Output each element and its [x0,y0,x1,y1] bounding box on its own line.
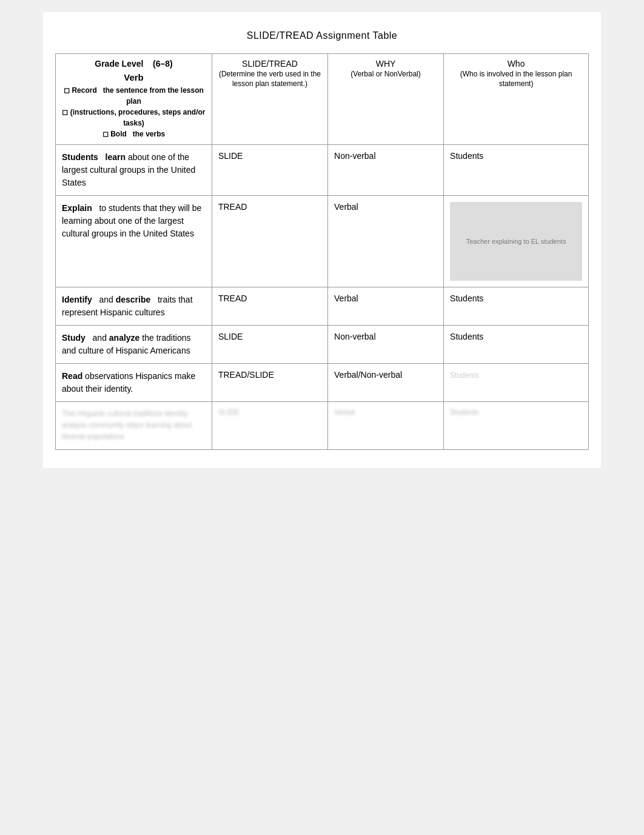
table-row: Students learn about one of the largest … [56,145,589,196]
main-table: Grade Level (6–8) Verb ◻ Record the sent… [55,53,589,450]
lesson-cell: Explain to students that they will be le… [56,196,212,287]
who-cell: Students [444,287,589,326]
table-row: Read observations Hispanics make about t… [56,364,589,402]
slide-tread-cell: TREAD/SLIDE [212,364,327,402]
who-header: Who (Who is involved in the lesson plan … [444,54,589,145]
verb-section: Verb ◻ Record the sentence from the less… [62,72,206,139]
grade-level-cell: Grade Level (6–8) Verb ◻ Record the sent… [56,54,212,145]
page-title: SLIDE/TREAD Assignment Table [55,30,589,41]
verb-instructions: ◻ Record the sentence from the lesson pl… [62,85,206,139]
slide-tread-header: SLIDE/TREAD (Determine the verb used in … [212,54,327,145]
who-blurred: Students [450,371,478,380]
teacher-image-placeholder: Teacher explaining to EL students [450,202,582,281]
table-row: Study and analyze the traditions and cul… [56,326,589,364]
why-cell: Verbal/Non-verbal [328,364,444,402]
lesson-cell: Study and analyze the traditions and cul… [56,326,212,364]
who-cell: Teacher explaining to EL students [444,196,589,287]
slide-tread-cell: TREAD [212,287,327,326]
blurred-lesson-text: This Hispanic cultural traditions identi… [62,408,206,443]
slide-tread-cell: TREAD [212,196,327,287]
lesson-cell: Identify and describe traits that repres… [56,287,212,326]
who-cell: Students [444,145,589,196]
table-row: Explain to students that they will be le… [56,196,589,287]
slide-tread-cell: SLIDE [212,145,327,196]
grade-level-label: Grade Level (6–8) [95,59,172,69]
why-cell: Non-verbal [328,145,444,196]
lesson-cell-blurred: This Hispanic cultural traditions identi… [56,402,212,450]
table-row-blurred: This Hispanic cultural traditions identi… [56,402,589,450]
page-container: SLIDE/TREAD Assignment Table Grade Level… [43,12,601,468]
why-cell: Verbal [328,196,444,287]
slide-tread-cell: SLIDE [212,326,327,364]
who-cell: Students [444,326,589,364]
table-row: Identify and describe traits that repres… [56,287,589,326]
why-cell-blurred: Verbal [328,402,444,450]
slide-tread-cell-blurred: SLIDE [212,402,327,450]
why-header: WHY (Verbal or NonVerbal) [328,54,444,145]
verb-header: Verb [62,72,206,82]
who-cell-blurred: Students [444,402,589,450]
who-cell: Students [444,364,589,402]
why-cell: Verbal [328,287,444,326]
lesson-cell: Students learn about one of the largest … [56,145,212,196]
lesson-text: Students learn about one of the largest … [62,152,195,187]
lesson-cell: Read observations Hispanics make about t… [56,364,212,402]
why-cell: Non-verbal [328,326,444,364]
